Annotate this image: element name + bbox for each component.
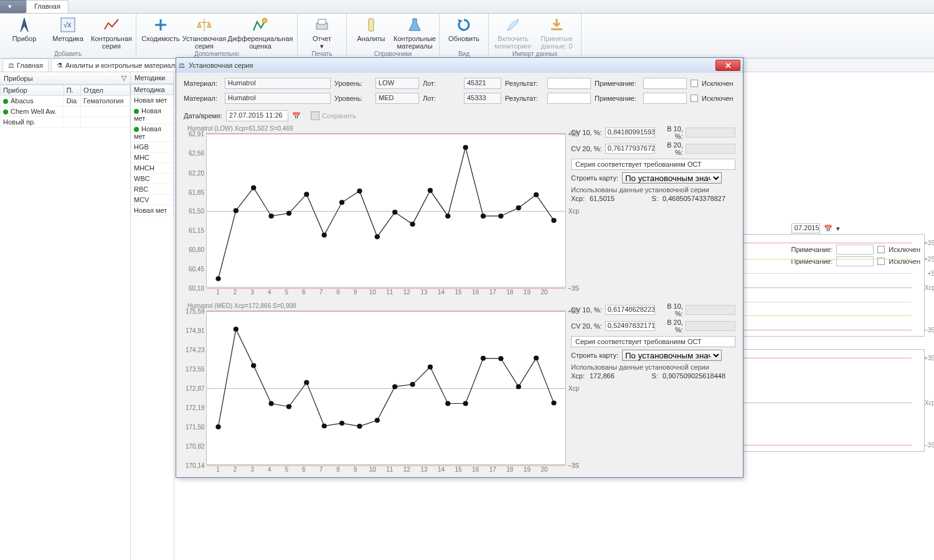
table-row[interactable]: Новая мет (131, 106, 174, 124)
svg-rect-6 (369, 19, 374, 31)
cv10-value: 0,841809915933 (605, 128, 655, 138)
table-row[interactable]: HGB (131, 142, 174, 152)
b20-value (686, 321, 735, 331)
build-map-select[interactable]: По установочным значениям (622, 172, 722, 184)
svg-point-15 (357, 189, 362, 194)
exclude-checkbox[interactable] (691, 80, 698, 87)
lot-field[interactable]: 45333 (464, 93, 501, 104)
convergence-button[interactable]: Сходимость (139, 15, 182, 42)
b10-value (686, 128, 735, 138)
methods-grid[interactable]: МетодикаНовая метНовая метНовая метHGBMH… (131, 84, 174, 216)
table-row[interactable]: Новый пр. (1, 117, 130, 128)
svg-point-34 (339, 421, 344, 426)
svg-point-28 (234, 327, 238, 332)
feather-icon (504, 16, 522, 34)
svg-point-18 (410, 222, 415, 226)
exclude-checkbox[interactable] (691, 95, 698, 102)
datetime-input[interactable]: 27.07.2015 11:26 (226, 110, 288, 121)
build-map-select[interactable]: По установочным значениям (622, 350, 722, 361)
group-label-extra: Дополнительно (139, 50, 295, 57)
svg-rect-5 (318, 19, 326, 24)
datetime-label: Дата/время: (184, 112, 222, 119)
tab-analytes[interactable]: ⚗Аналиты и контрольные материалы (51, 58, 186, 72)
note-input[interactable] (643, 78, 687, 89)
control-chart: 170,14170,82171,50172,19172,87173,55174,… (206, 310, 566, 465)
add-control-series-button[interactable]: Контрольная серия (90, 15, 133, 50)
accepted-data-button: Принятые данные: 0 (535, 15, 578, 50)
converge-icon (152, 16, 169, 34)
table-row[interactable]: MHCH (131, 163, 174, 174)
svg-point-17 (392, 210, 397, 215)
setup-series-button[interactable]: Установочная серия (182, 15, 226, 50)
table-row[interactable]: WBC (131, 174, 174, 184)
table-row[interactable]: Новая мет (131, 95, 174, 106)
svg-point-25 (534, 192, 539, 197)
table-row[interactable]: Новая мет (131, 124, 174, 142)
tab-main[interactable]: ⚖Главная (2, 58, 49, 72)
svg-point-33 (322, 424, 327, 429)
xcp-value: 172,866 (590, 372, 646, 380)
svg-point-40 (445, 401, 450, 406)
table-row[interactable]: RBC (131, 184, 174, 195)
table-row[interactable]: MHC (131, 152, 174, 163)
xcp-value: 61,5015 (590, 195, 646, 202)
svg-point-38 (410, 382, 415, 387)
add-method-button[interactable]: √xМетодика (46, 15, 90, 42)
diff-eval-button[interactable]: Дифференциальная оценка (226, 15, 295, 50)
used-data-note: Использованы данные установочной серии (571, 363, 735, 371)
group-label-add: Добавить (2, 50, 133, 57)
diff-chart-icon (252, 16, 269, 34)
calendar-icon[interactable]: 📅 (824, 225, 833, 233)
level-field[interactable]: LOW (375, 78, 419, 89)
refresh-icon (455, 16, 473, 34)
vial-icon (362, 16, 380, 34)
svg-point-36 (375, 418, 380, 423)
dialog-title: Установочная серия (189, 62, 253, 69)
result-input[interactable] (547, 78, 591, 89)
date-field-partial[interactable]: 07.2015 (791, 223, 820, 233)
result-input[interactable] (547, 93, 591, 104)
table-row[interactable]: Новая мет (131, 205, 174, 216)
analytes-button[interactable]: Аналиты (349, 15, 393, 42)
app-menu-button[interactable]: ▾ (0, 0, 26, 13)
download-icon (548, 16, 565, 34)
refresh-button[interactable]: Обновить (442, 15, 486, 42)
chart-title: Humatrol (LOW) Xср=61,502 S=0,469 (187, 125, 566, 132)
table-row[interactable]: AbacusDiaГематология (1, 96, 130, 106)
svg-point-21 (463, 145, 468, 150)
chart-line-icon (103, 16, 120, 34)
group-label-import: Импорт данных (491, 50, 578, 57)
b10-value (686, 305, 735, 315)
report-button[interactable]: Отчет▾ (300, 15, 344, 50)
methods-header: Методики (131, 72, 174, 84)
series-status: Серия соответствует требованиям ОСТ (571, 159, 735, 170)
material-field[interactable]: Humatrol (225, 93, 331, 104)
table-row[interactable]: Chem Well Aw. (1, 106, 130, 117)
filter-icon[interactable]: ▽ (121, 74, 126, 82)
s-value: 0,468505743378827 (661, 195, 725, 202)
flask-icon: ⚗ (57, 62, 63, 70)
series-status: Серия соответствует требованиям ОСТ (571, 336, 735, 347)
calendar-icon[interactable]: 📅 (292, 112, 301, 120)
note-input[interactable] (643, 93, 687, 104)
lot-field[interactable]: 45321 (464, 78, 501, 89)
ribbon-tab-main[interactable]: Главная (26, 0, 68, 13)
disk-icon (311, 111, 319, 120)
svg-point-16 (375, 234, 380, 239)
svg-point-12 (304, 192, 309, 197)
printer-icon (313, 16, 331, 34)
level-field[interactable]: MED (375, 93, 419, 104)
table-row[interactable]: MCV (131, 195, 174, 205)
setup-series-dialog: ⚖ Установочная серия ✕ Материал:Humatrol… (176, 57, 743, 478)
cv10-value: 0,617486282231 (605, 305, 655, 315)
add-device-button[interactable]: Прибор (2, 15, 46, 42)
devices-grid[interactable]: ПриборП.Отдел AbacusDiaГематологияChem W… (0, 85, 130, 128)
s-value: 0,907509025618448 (661, 372, 725, 380)
material-field[interactable]: Humatrol (225, 78, 331, 89)
svg-point-24 (516, 205, 521, 210)
close-button[interactable]: ✕ (715, 60, 740, 71)
svg-point-29 (251, 363, 256, 368)
svg-point-30 (269, 401, 274, 406)
scales-icon: ⚖ (8, 62, 14, 70)
controls-button[interactable]: Контрольные материалы (393, 15, 436, 50)
